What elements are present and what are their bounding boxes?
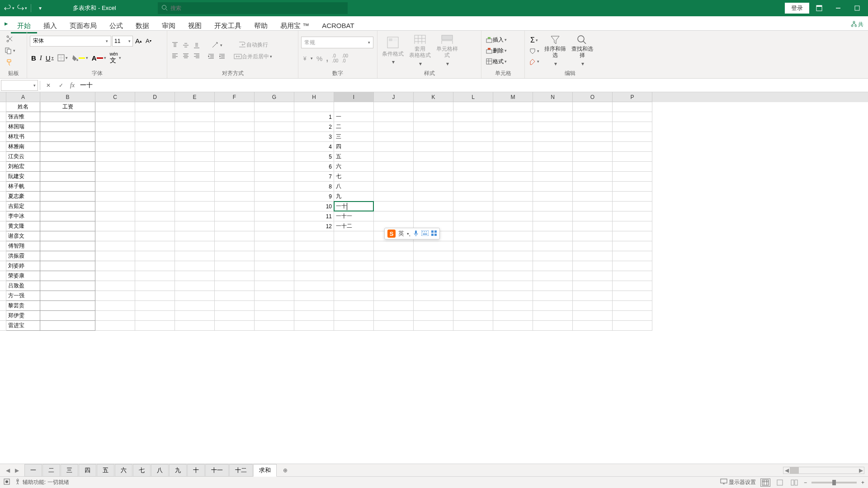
ribbon-tab-7[interactable]: 开发工具 — [208, 19, 248, 32]
cell-A21[interactable]: 黎芸贵 — [6, 301, 40, 311]
align-bottom-button[interactable] — [192, 40, 202, 50]
cell-J22[interactable] — [374, 311, 414, 321]
cell-K11[interactable] — [414, 202, 453, 211]
worksheet-grid[interactable]: ABCDEFGHIJKLMNOP 姓名工资张吉惟1一林国瑞2二林玟书3三林雅南4… — [0, 92, 868, 464]
sheet-tab-3[interactable]: 四 — [79, 464, 96, 477]
cell-D3[interactable] — [135, 122, 175, 132]
cell-K4[interactable] — [414, 132, 453, 142]
cell-C19[interactable] — [95, 281, 135, 291]
sheet-tab-7[interactable]: 八 — [151, 464, 169, 477]
ribbon-tab-1[interactable]: 插入 — [37, 19, 63, 32]
formula-bar-input[interactable] — [77, 82, 868, 89]
cell-M20[interactable] — [493, 291, 533, 301]
cell-A10[interactable]: 夏志豪 — [6, 192, 40, 202]
cell-F20[interactable] — [215, 291, 255, 301]
ime-menu-icon[interactable] — [431, 230, 437, 237]
cell-E23[interactable] — [175, 321, 215, 331]
cell-A8[interactable]: 阮建安 — [6, 172, 40, 182]
cell-N8[interactable] — [533, 172, 573, 182]
cell-E19[interactable] — [175, 281, 215, 291]
cell-P4[interactable] — [613, 132, 652, 142]
cell-D6[interactable] — [135, 152, 175, 162]
cell-M22[interactable] — [493, 311, 533, 321]
cell-A1[interactable]: 姓名 — [6, 102, 40, 112]
cell-A22[interactable]: 郑伊雯 — [6, 311, 40, 321]
cell-O9[interactable] — [573, 182, 613, 192]
cell-C3[interactable] — [95, 122, 135, 132]
cell-G23[interactable] — [255, 321, 294, 331]
cell-E20[interactable] — [175, 291, 215, 301]
cell-H21[interactable] — [294, 301, 334, 311]
cell-F18[interactable] — [215, 271, 255, 281]
italic-button[interactable]: I — [38, 50, 43, 66]
cell-I12[interactable]: 一十一 — [334, 211, 374, 221]
cell-B14[interactable] — [40, 231, 95, 241]
cell-M23[interactable] — [493, 321, 533, 331]
horizontal-scrollbar[interactable]: ◀ ▶ — [783, 467, 864, 474]
ribbon-tab-10[interactable]: ACROBAT — [316, 19, 360, 32]
cell-O15[interactable] — [573, 241, 613, 251]
col-header-L[interactable]: L — [453, 92, 493, 102]
cell-C15[interactable] — [95, 241, 135, 251]
find-select-button[interactable]: 查找和选择▾ — [570, 34, 595, 67]
cell-A4[interactable]: 林玟书 — [6, 132, 40, 142]
cell-L3[interactable] — [453, 122, 493, 132]
sheet-nav-prev[interactable]: ◀ — [4, 466, 12, 474]
cell-G15[interactable] — [255, 241, 294, 251]
col-header-C[interactable]: C — [95, 92, 135, 102]
cell-P20[interactable] — [613, 291, 652, 301]
number-format-select[interactable]: 常规▾ — [301, 37, 373, 48]
cell-N15[interactable] — [533, 241, 573, 251]
cell-A7[interactable]: 刘柏宏 — [6, 162, 40, 172]
font-color-button[interactable]: A▾ — [90, 50, 108, 66]
sheet-tab-1[interactable]: 二 — [42, 464, 60, 477]
cell-O14[interactable] — [573, 231, 613, 241]
ribbon-tab-6[interactable]: 视图 — [182, 19, 208, 32]
sheet-tab-12[interactable]: 求和 — [253, 464, 277, 477]
display-settings[interactable]: 显示器设置 — [720, 479, 756, 486]
col-header-O[interactable]: O — [573, 92, 613, 102]
ribbon-tab-5[interactable]: 审阅 — [156, 19, 182, 32]
cell-B16[interactable] — [40, 251, 95, 261]
cell-G4[interactable] — [255, 132, 294, 142]
cell-E4[interactable] — [175, 132, 215, 142]
cell-B21[interactable] — [40, 301, 95, 311]
cell-E14[interactable] — [175, 231, 215, 241]
cell-I10[interactable]: 九 — [334, 192, 374, 202]
cell-H3[interactable]: 2 — [294, 122, 334, 132]
cell-J5[interactable] — [374, 142, 414, 152]
cell-B12[interactable] — [40, 211, 95, 221]
col-header-D[interactable]: D — [135, 92, 175, 102]
cell-O23[interactable] — [573, 321, 613, 331]
cell-G21[interactable] — [255, 301, 294, 311]
cell-E12[interactable] — [175, 211, 215, 221]
cell-N18[interactable] — [533, 271, 573, 281]
cell-E9[interactable] — [175, 182, 215, 192]
qat-customize[interactable]: ▾ — [35, 3, 46, 14]
cell-K20[interactable] — [414, 291, 453, 301]
cell-O6[interactable] — [573, 152, 613, 162]
cell-D9[interactable] — [135, 182, 175, 192]
cell-B7[interactable] — [40, 162, 95, 172]
cell-M16[interactable] — [493, 251, 533, 261]
ribbon-tab-4[interactable]: 数据 — [129, 19, 156, 32]
cell-I5[interactable]: 四 — [334, 142, 374, 152]
cell-I17[interactable] — [334, 261, 374, 271]
cell-J10[interactable] — [374, 192, 414, 202]
cell-M12[interactable] — [493, 211, 533, 221]
cell-N19[interactable] — [533, 281, 573, 291]
cell-O16[interactable] — [573, 251, 613, 261]
cell-D18[interactable] — [135, 271, 175, 281]
sheet-tab-4[interactable]: 五 — [97, 464, 114, 477]
col-header-N[interactable]: N — [533, 92, 573, 102]
ime-voice-icon[interactable] — [413, 230, 419, 238]
ime-punct-icon[interactable]: •, — [407, 230, 410, 237]
cell-H19[interactable] — [294, 281, 334, 291]
cell-H11[interactable]: 10 — [294, 202, 334, 211]
cell-D16[interactable] — [135, 251, 175, 261]
cell-L14[interactable] — [453, 231, 493, 241]
cell-D1[interactable] — [135, 102, 175, 112]
cell-N9[interactable] — [533, 182, 573, 192]
cell-F10[interactable] — [215, 192, 255, 202]
cell-E7[interactable] — [175, 162, 215, 172]
